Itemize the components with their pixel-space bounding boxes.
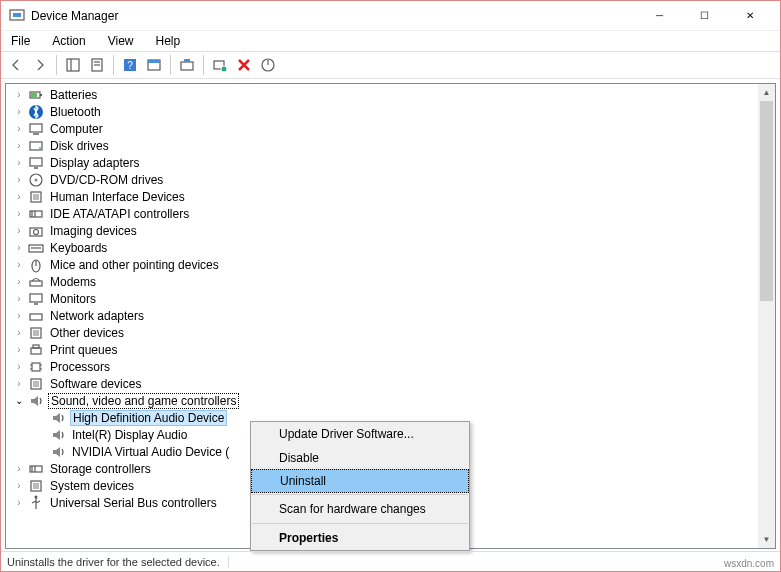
expand-icon[interactable]: › — [12, 462, 26, 476]
action-button[interactable] — [143, 54, 165, 76]
expand-icon[interactable]: › — [12, 360, 26, 374]
tree-node[interactable]: ›Monitors — [6, 290, 758, 307]
tree-node[interactable]: ›Computer — [6, 120, 758, 137]
expand-icon[interactable]: › — [12, 241, 26, 255]
tree-node-label[interactable]: Other devices — [48, 326, 126, 340]
menu-view[interactable]: View — [104, 33, 138, 49]
tree-node-label[interactable]: Disk drives — [48, 139, 111, 153]
expand-icon[interactable]: › — [12, 496, 26, 510]
disable-button[interactable] — [257, 54, 279, 76]
minimize-button[interactable]: ─ — [637, 2, 682, 30]
tree-node-label[interactable]: NVIDIA Virtual Audio Device ( — [70, 445, 231, 459]
forward-button[interactable] — [29, 54, 51, 76]
tree-node-label[interactable]: DVD/CD-ROM drives — [48, 173, 165, 187]
back-button[interactable] — [5, 54, 27, 76]
scroll-thumb[interactable] — [760, 101, 773, 301]
expand-icon[interactable]: › — [12, 88, 26, 102]
show-hide-console-tree-button[interactable] — [62, 54, 84, 76]
tree-node-label[interactable]: Network adapters — [48, 309, 146, 323]
expand-icon[interactable]: › — [12, 343, 26, 357]
tree-node[interactable]: ›Disk drives — [6, 137, 758, 154]
svg-rect-55 — [33, 381, 39, 387]
tree-node-label[interactable]: Bluetooth — [48, 105, 103, 119]
tree-node[interactable]: ›Mice and other pointing devices — [6, 256, 758, 273]
menu-help[interactable]: Help — [152, 33, 185, 49]
tree-node[interactable]: ›DVD/CD-ROM drives — [6, 171, 758, 188]
tree-node-label[interactable]: Display adapters — [48, 156, 141, 170]
tree-node[interactable]: ›Imaging devices — [6, 222, 758, 239]
scroll-track[interactable] — [758, 101, 775, 531]
tree-node-label[interactable]: Print queues — [48, 343, 119, 357]
expand-icon[interactable]: › — [12, 292, 26, 306]
tree-node-label[interactable]: High Definition Audio Device — [70, 410, 227, 426]
tree-node[interactable]: ›Keyboards — [6, 239, 758, 256]
expand-icon[interactable]: › — [12, 224, 26, 238]
expand-icon[interactable]: › — [12, 207, 26, 221]
tree-node[interactable]: ›Print queues — [6, 341, 758, 358]
help-button[interactable]: ? — [119, 54, 141, 76]
expand-icon[interactable]: › — [12, 326, 26, 340]
tree-node-label[interactable]: Computer — [48, 122, 105, 136]
tree-node-label[interactable]: Mice and other pointing devices — [48, 258, 221, 272]
tree-node[interactable]: ›Software devices — [6, 375, 758, 392]
expand-icon[interactable]: › — [12, 122, 26, 136]
collapse-icon[interactable]: ⌄ — [12, 394, 26, 408]
tree-node[interactable]: ›Human Interface Devices — [6, 188, 758, 205]
mouse-icon — [28, 257, 44, 273]
expand-icon[interactable]: › — [12, 258, 26, 272]
close-button[interactable]: ✕ — [727, 2, 772, 30]
update-driver-button[interactable] — [176, 54, 198, 76]
tree-node[interactable]: ›Processors — [6, 358, 758, 375]
toolbar-separator — [203, 55, 204, 75]
tree-node-label[interactable]: IDE ATA/ATAPI controllers — [48, 207, 191, 221]
tree-node-label[interactable]: Intel(R) Display Audio — [70, 428, 189, 442]
tree-node-label[interactable]: Modems — [48, 275, 98, 289]
scroll-up-button[interactable]: ▲ — [758, 84, 775, 101]
tree-node-label[interactable]: Keyboards — [48, 241, 109, 255]
expand-icon[interactable]: › — [12, 190, 26, 204]
vertical-scrollbar[interactable]: ▲ ▼ — [758, 84, 775, 548]
expand-icon[interactable]: › — [12, 105, 26, 119]
scan-hardware-button[interactable] — [209, 54, 231, 76]
tree-node-label[interactable]: Processors — [48, 360, 112, 374]
context-menu-disable[interactable]: Disable — [251, 446, 469, 470]
tree-node[interactable]: ⌄Sound, video and game controllers — [6, 392, 758, 409]
expand-icon[interactable]: › — [12, 156, 26, 170]
tree-node-label[interactable]: Human Interface Devices — [48, 190, 187, 204]
properties-button[interactable] — [86, 54, 108, 76]
expand-icon[interactable]: › — [12, 275, 26, 289]
maximize-button[interactable]: ☐ — [682, 2, 727, 30]
context-menu-scan[interactable]: Scan for hardware changes — [251, 497, 469, 521]
expand-icon[interactable]: › — [12, 377, 26, 391]
expand-icon[interactable]: › — [12, 139, 26, 153]
menu-action[interactable]: Action — [48, 33, 89, 49]
scroll-down-button[interactable]: ▼ — [758, 531, 775, 548]
tree-node[interactable]: ›Bluetooth — [6, 103, 758, 120]
expand-icon[interactable]: › — [12, 173, 26, 187]
tree-node[interactable]: ›Modems — [6, 273, 758, 290]
tree-node-label[interactable]: Imaging devices — [48, 224, 139, 238]
svg-point-27 — [35, 178, 38, 181]
tree-node-label[interactable]: Sound, video and game controllers — [48, 393, 239, 409]
tree-node[interactable]: ›Display adapters — [6, 154, 758, 171]
tree-node-label[interactable]: Universal Serial Bus controllers — [48, 496, 219, 510]
svg-point-43 — [32, 316, 34, 318]
expand-icon[interactable]: › — [12, 479, 26, 493]
context-menu-properties[interactable]: Properties — [251, 526, 469, 550]
tree-node[interactable]: ›Batteries — [6, 86, 758, 103]
tree-node[interactable]: ›IDE ATA/ATAPI controllers — [6, 205, 758, 222]
context-menu-uninstall[interactable]: Uninstall — [251, 469, 469, 493]
svg-point-23 — [39, 147, 41, 149]
context-menu-update[interactable]: Update Driver Software... — [251, 422, 469, 446]
tree-node-label[interactable]: Monitors — [48, 292, 98, 306]
tree-node-label[interactable]: Software devices — [48, 377, 143, 391]
tree-node-label[interactable]: Storage controllers — [48, 462, 153, 476]
menu-file[interactable]: File — [7, 33, 34, 49]
tree-node-label[interactable]: System devices — [48, 479, 136, 493]
uninstall-button[interactable] — [233, 54, 255, 76]
tree-node-label[interactable]: Batteries — [48, 88, 99, 102]
svg-rect-60 — [33, 483, 39, 489]
tree-node[interactable]: ›Other devices — [6, 324, 758, 341]
expand-icon[interactable]: › — [12, 309, 26, 323]
tree-node[interactable]: ›Network adapters — [6, 307, 758, 324]
